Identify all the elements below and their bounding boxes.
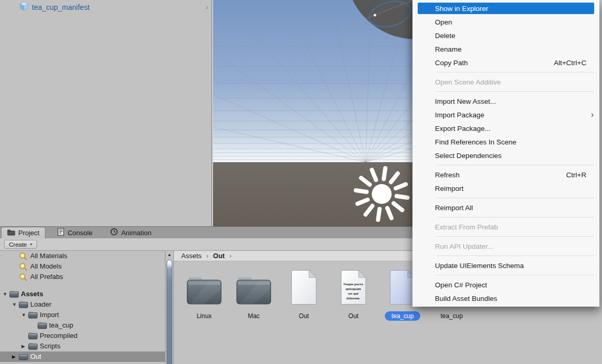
cube-icon bbox=[19, 2, 29, 13]
breadcrumb-segment-assets[interactable]: Assets bbox=[181, 252, 202, 260]
menu-item-open[interactable]: Open bbox=[412, 15, 599, 29]
menu-item-reimport-all[interactable]: Reimport All bbox=[412, 201, 599, 214]
menu-separator bbox=[437, 72, 594, 72]
expand-arrow-icon[interactable]: ▶ bbox=[21, 344, 25, 349]
tree-item-import[interactable]: ▼Import bbox=[0, 310, 165, 320]
asset-label: Linux bbox=[197, 312, 212, 320]
tab-project[interactable]: Project bbox=[1, 227, 45, 238]
menu-item-label: Refresh bbox=[435, 171, 556, 179]
tree-filter-all-prefabs[interactable]: All Prefabs bbox=[0, 272, 165, 282]
menu-item-label: Delete bbox=[435, 32, 586, 40]
tree-item-label: Import bbox=[40, 311, 59, 319]
project-tab-icon bbox=[7, 229, 15, 237]
menu-item-import-package[interactable]: Import Package› bbox=[412, 108, 599, 122]
menu-separator bbox=[437, 236, 594, 237]
menu-item-open-scene-additive[interactable]: Open Scene Additive bbox=[412, 75, 599, 89]
tree-item-label: Assets bbox=[21, 290, 43, 298]
project-folder-tree: All MaterialsAll ModelsAll Prefabs▼Asset… bbox=[0, 251, 165, 364]
asset-linux[interactable]: Linux bbox=[181, 270, 228, 321]
tree-item-label: tea_cup bbox=[49, 321, 73, 329]
collapse-arrow-icon[interactable]: ▼ bbox=[21, 312, 26, 318]
menu-item-run-api-updater[interactable]: Run API Updater... bbox=[412, 239, 599, 253]
asset-out[interactable]: Out bbox=[280, 270, 327, 321]
tree-filter-all-materials[interactable]: All Materials bbox=[0, 251, 165, 261]
tree-item-label: All Materials bbox=[30, 252, 67, 260]
tree-item-assets[interactable]: ▼Assets bbox=[0, 289, 165, 299]
dropdown-arrow-icon: ▾ bbox=[30, 242, 32, 247]
menu-item-build-asset-bundles[interactable]: Build Asset Bundles bbox=[412, 292, 599, 305]
menu-shortcut: Ctrl+R bbox=[566, 171, 586, 179]
menu-separator bbox=[437, 91, 594, 92]
chevron-right-icon[interactable]: › bbox=[205, 1, 208, 13]
tree-item-tea-cup[interactable]: tea_cup bbox=[0, 320, 165, 331]
menu-item-copy-path[interactable]: Copy PathAlt+Ctrl+C bbox=[412, 56, 599, 69]
tree-filter-all-models[interactable]: All Models bbox=[0, 261, 165, 272]
tree-item-label: Loader bbox=[30, 300, 51, 308]
folder-icon bbox=[186, 276, 222, 307]
menu-separator bbox=[437, 256, 594, 256]
collapse-arrow-icon[interactable]: ▼ bbox=[3, 292, 7, 297]
asset-out[interactable]: Neque porro quisquam est qui dolorem.Out bbox=[330, 270, 377, 321]
menu-item-find-references-in-scene[interactable]: Find References In Scene bbox=[412, 135, 599, 149]
menu-item-delete[interactable]: Delete bbox=[412, 29, 599, 42]
scrollbar-up-button[interactable]: ▲ bbox=[166, 251, 173, 259]
menu-item-show-in-explorer[interactable]: Show in Explorer bbox=[412, 2, 599, 15]
tree-item-label: Scripts bbox=[40, 342, 61, 350]
tree-item-label: All Models bbox=[30, 262, 62, 270]
gizmo-handle-dot[interactable] bbox=[374, 14, 376, 17]
tab-animation[interactable]: Animation bbox=[104, 227, 157, 238]
tree-item-out[interactable]: ▶Out bbox=[0, 351, 165, 362]
menu-item-open-c-project[interactable]: Open C# Project bbox=[412, 278, 599, 292]
file-icon bbox=[389, 270, 416, 307]
tab-console[interactable]: Console bbox=[52, 227, 98, 238]
menu-item-reimport[interactable]: Reimport bbox=[412, 181, 599, 195]
inspector-panel: tea_cup_manifest › bbox=[0, 0, 211, 226]
selected-asset-row[interactable]: tea_cup_manifest › bbox=[0, 1, 211, 14]
file-icon bbox=[291, 270, 317, 307]
tree-item-scripts[interactable]: ▶Scripts bbox=[0, 341, 165, 351]
menu-item-export-package[interactable]: Export Package... bbox=[412, 122, 599, 135]
menu-item-select-dependencies[interactable]: Select Dependencies bbox=[412, 149, 599, 162]
tree-item-precompiled[interactable]: Precompiled bbox=[0, 331, 165, 341]
file-icon: Neque porro quisquam est qui dolorem. bbox=[340, 270, 367, 307]
breadcrumb-segment-out[interactable]: Out bbox=[213, 252, 225, 260]
menu-item-label: Open Scene Additive bbox=[435, 78, 586, 86]
scrollbar-thumb[interactable] bbox=[167, 260, 172, 364]
folder-icon bbox=[19, 301, 28, 310]
collapse-arrow-icon[interactable]: ▼ bbox=[12, 302, 17, 307]
folder-icon bbox=[236, 276, 272, 307]
tree-item-loader[interactable]: ▼Loader bbox=[0, 299, 165, 310]
menu-item-label: Select Dependencies bbox=[435, 152, 586, 160]
menu-item-update-uielements-schema[interactable]: Update UIElements Schema bbox=[412, 259, 599, 272]
tab-label: Project bbox=[18, 229, 39, 237]
menu-item-label: Export Package... bbox=[435, 125, 586, 132]
asset-label: tea_cup bbox=[385, 311, 421, 321]
menu-item-extract-from-prefab[interactable]: Extract From Prefab bbox=[412, 220, 599, 234]
menu-separator bbox=[437, 275, 594, 275]
menu-item-label: Extract From Prefab bbox=[435, 223, 586, 231]
submenu-arrow-icon: › bbox=[591, 108, 594, 121]
menu-item-label: Open bbox=[435, 18, 586, 26]
menu-item-label: Open C# Project bbox=[435, 281, 586, 289]
clock-icon bbox=[110, 228, 118, 237]
asset-mac[interactable]: Mac bbox=[230, 270, 277, 321]
folder-icon bbox=[28, 332, 38, 341]
folder-icon bbox=[38, 322, 47, 331]
tree-scrollbar[interactable]: ▲ bbox=[165, 251, 173, 364]
menu-item-label: Import New Asset... bbox=[435, 98, 586, 105]
menu-item-rename[interactable]: Rename bbox=[412, 42, 599, 56]
menu-item-label: Reimport bbox=[435, 185, 586, 192]
file-preview-text: Neque porro quisquam est qui dolorem. bbox=[343, 282, 363, 301]
folder-icon bbox=[28, 343, 38, 351]
window-edge-strip bbox=[599, 0, 602, 307]
menu-separator bbox=[437, 198, 594, 198]
menu-item-label: Reimport All bbox=[435, 204, 586, 212]
menu-item-import-new-asset[interactable]: Import New Asset... bbox=[412, 94, 599, 108]
expand-arrow-icon[interactable]: ▶ bbox=[12, 354, 16, 359]
asset-label: Out bbox=[299, 312, 309, 320]
menu-item-label: Copy Path bbox=[435, 59, 544, 67]
menu-item-label: Import Package bbox=[435, 111, 591, 119]
create-button[interactable]: Create ▾ bbox=[4, 240, 37, 249]
folder-icon bbox=[9, 290, 19, 299]
menu-item-refresh[interactable]: RefreshCtrl+R bbox=[412, 168, 599, 181]
